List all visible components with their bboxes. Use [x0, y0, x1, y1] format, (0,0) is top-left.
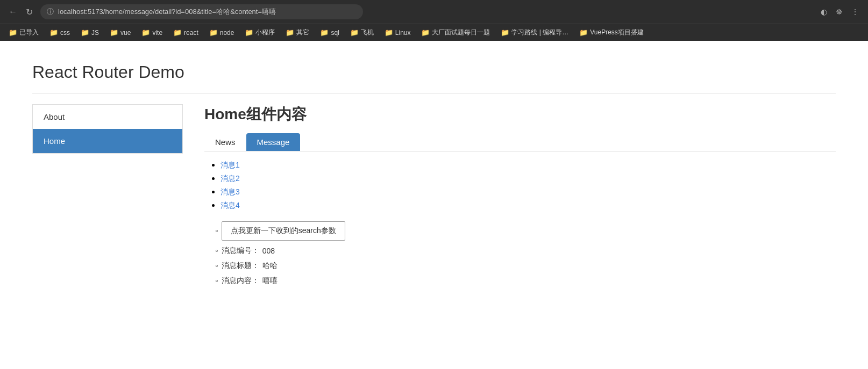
detail-content-item: 消息内容： 嘻嘻	[215, 276, 836, 286]
bookmark-label: 其它	[296, 28, 309, 37]
bookmark-label: vue	[120, 29, 131, 37]
bookmark-label: css	[60, 29, 70, 37]
back-button[interactable]: ←	[6, 6, 19, 18]
bookmark-item[interactable]: 📁vue	[105, 27, 135, 38]
browser-chrome: ← ↻ ⓘ localhost:5173/home/message/detail…	[0, 0, 868, 24]
folder-icon: 📁	[209, 28, 218, 37]
right-content: Home组件内容 News Message 消息1 消息2 消息3 消息4 点我…	[204, 104, 836, 291]
folder-icon: 📁	[173, 28, 182, 37]
component-title: Home组件内容	[204, 104, 836, 125]
detail-update-item: 点我更新一下收到的search参数	[215, 221, 836, 241]
bookmark-item[interactable]: 📁飞机	[346, 26, 378, 39]
page-content: React Router Demo About Home Home组件内容 Ne…	[0, 41, 868, 363]
id-value: 008	[262, 247, 275, 255]
folder-icon: 📁	[245, 28, 253, 37]
message-link-3[interactable]: 消息3	[220, 187, 240, 196]
nav-item-about[interactable]: About	[33, 105, 182, 129]
tab-message[interactable]: Message	[246, 133, 301, 151]
id-label: 消息编号：	[222, 246, 259, 256]
bookmark-item[interactable]: 📁小程序	[240, 26, 279, 39]
bookmark-label: 已导入	[19, 28, 39, 37]
message-link-4[interactable]: 消息4	[220, 201, 240, 209]
page-title: React Router Demo	[32, 62, 836, 82]
profile-button[interactable]: ☸	[833, 6, 845, 18]
divider	[32, 93, 836, 93]
bookmark-item[interactable]: 📁大厂面试题每日一题	[417, 26, 494, 39]
bookmark-label: JS	[91, 29, 99, 37]
detail-section: 点我更新一下收到的search参数 消息编号： 008 消息标题： 哈哈 消息内…	[204, 221, 836, 286]
tab-news[interactable]: News	[204, 133, 246, 151]
detail-title-item: 消息标题： 哈哈	[215, 261, 836, 271]
bookmark-label: vite	[152, 29, 162, 37]
bookmark-label: Linux	[395, 29, 411, 37]
folder-icon: 📁	[286, 28, 294, 37]
bookmark-label: 大厂面试题每日一题	[432, 28, 490, 37]
main-layout: About Home Home组件内容 News Message 消息1 消息2…	[32, 104, 836, 291]
folder-icon: 📁	[110, 28, 118, 37]
list-item: 消息4	[220, 200, 836, 211]
message-link-2[interactable]: 消息2	[220, 174, 240, 183]
bookmark-label: react	[184, 29, 198, 37]
detail-list: 点我更新一下收到的search参数 消息编号： 008 消息标题： 哈哈 消息内…	[215, 221, 836, 286]
bookmark-item[interactable]: 📁node	[205, 27, 239, 38]
list-item: 消息3	[220, 187, 836, 197]
content-label: 消息内容：	[222, 276, 259, 286]
content-value: 嘻嘻	[262, 276, 278, 286]
message-list: 消息1 消息2 消息3 消息4	[204, 160, 836, 211]
bookmark-item[interactable]: 📁JS	[76, 27, 103, 38]
nav-item-home[interactable]: Home	[33, 129, 182, 153]
folder-icon: 📁	[9, 28, 17, 37]
bookmark-label: 小程序	[255, 28, 275, 37]
folder-icon: 📁	[385, 28, 393, 37]
tab-bar: News Message	[204, 133, 836, 151]
bookmark-label: VuePress项目搭建	[590, 28, 644, 37]
extensions-button[interactable]: ◐	[818, 6, 830, 18]
bookmark-item[interactable]: 📁react	[169, 27, 203, 38]
bookmark-item[interactable]: 📁学习路线 | 编程导…	[496, 26, 573, 39]
folder-icon: 📁	[81, 28, 89, 37]
browser-actions: ◐ ☸ ⋮	[818, 6, 862, 18]
refresh-button[interactable]: ↻	[24, 6, 35, 18]
bookmark-label: node	[220, 29, 234, 37]
title-label: 消息标题：	[222, 261, 259, 271]
folder-icon: 📁	[320, 28, 329, 37]
list-item: 消息2	[220, 173, 836, 184]
update-search-button[interactable]: 点我更新一下收到的search参数	[222, 221, 345, 241]
message-link-1[interactable]: 消息1	[220, 161, 240, 169]
bookmark-item[interactable]: 📁已导入	[4, 26, 43, 39]
bookmark-item[interactable]: 📁Linux	[380, 27, 415, 38]
folder-icon: 📁	[501, 28, 509, 37]
folder-icon: 📁	[350, 28, 359, 37]
detail-id-item: 消息编号： 008	[215, 246, 836, 256]
info-icon: ⓘ	[47, 7, 54, 17]
address-bar[interactable]: ⓘ localhost:5173/home/message/detail?id=…	[40, 4, 363, 19]
bookmark-label: sql	[331, 29, 339, 37]
settings-button[interactable]: ⋮	[849, 6, 862, 18]
nav-buttons: ← ↻	[6, 6, 35, 18]
folder-icon: 📁	[49, 28, 58, 37]
bookmark-label: 飞机	[361, 28, 374, 37]
bookmark-label: 学习路线 | 编程导…	[511, 28, 568, 37]
bookmark-item[interactable]: 📁css	[45, 27, 74, 38]
bookmark-item[interactable]: 📁其它	[281, 26, 314, 39]
url-text: localhost:5173/home/message/detail?id=00…	[58, 7, 357, 17]
folder-icon: 📁	[421, 28, 430, 37]
left-nav: About Home	[32, 104, 183, 154]
bookmark-item[interactable]: 📁VuePress项目搭建	[575, 26, 648, 39]
title-value: 哈哈	[262, 261, 278, 271]
folder-icon: 📁	[579, 28, 588, 37]
list-item: 消息1	[220, 160, 836, 170]
bookmark-item[interactable]: 📁vite	[137, 27, 167, 38]
folder-icon: 📁	[141, 28, 150, 37]
bookmarks-bar: 📁已导入📁css📁JS📁vue📁vite📁react📁node📁小程序📁其它📁s…	[0, 24, 868, 41]
bookmark-item[interactable]: 📁sql	[316, 27, 343, 38]
